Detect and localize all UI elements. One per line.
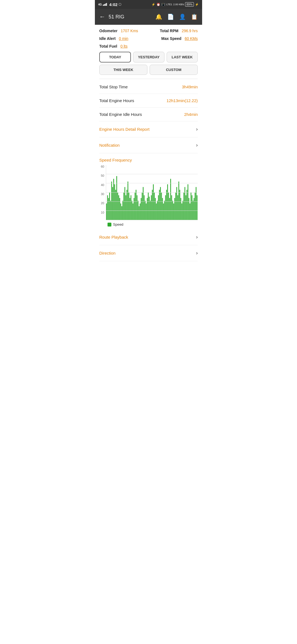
svg-rect-68 xyxy=(173,203,174,220)
svg-rect-12 xyxy=(116,176,117,220)
svg-rect-37 xyxy=(142,193,143,220)
report-icon[interactable]: 📋 xyxy=(191,13,198,20)
svg-rect-19 xyxy=(123,193,124,220)
svg-rect-81 xyxy=(186,190,187,220)
svg-rect-14 xyxy=(118,195,119,220)
alarm-icon: ⏰ xyxy=(156,3,160,6)
svg-rect-85 xyxy=(191,193,191,220)
svg-rect-53 xyxy=(158,195,159,220)
svg-rect-51 xyxy=(156,203,157,220)
battery-label: 89% xyxy=(185,2,194,7)
bluetooth-icon: ⚡ xyxy=(152,3,155,6)
svg-rect-49 xyxy=(154,193,155,220)
svg-rect-73 xyxy=(178,182,179,220)
bell-icon[interactable]: 🔔 xyxy=(155,13,162,20)
custom-filter[interactable]: CUSTOM xyxy=(150,65,198,75)
chevron-right-icon-3: › xyxy=(196,234,198,240)
chevron-right-icon: › xyxy=(196,126,198,132)
idle-alert-stat: Idle Alert 0 min xyxy=(99,36,128,41)
svg-rect-26 xyxy=(131,195,131,220)
filter-row-2: THIS WEEK CUSTOM xyxy=(99,65,198,75)
svg-rect-89 xyxy=(195,193,196,220)
svg-rect-58 xyxy=(163,203,164,220)
svg-rect-28 xyxy=(133,203,133,220)
svg-rect-38 xyxy=(143,187,144,220)
svg-rect-82 xyxy=(188,184,188,220)
time-display: 4:02 xyxy=(109,2,117,7)
grid-line-40 xyxy=(106,192,198,193)
chart-area: 60 50 40 30 20 10 xyxy=(99,165,198,220)
grid-line-60 xyxy=(106,174,198,174)
page-title: 51 RIG xyxy=(109,14,152,20)
svg-rect-8 xyxy=(112,187,113,220)
svg-rect-22 xyxy=(127,190,127,220)
svg-rect-72 xyxy=(177,195,178,220)
notification-link[interactable]: Notification › xyxy=(99,137,198,153)
chart-legend: Speed xyxy=(108,222,198,227)
last-week-filter[interactable]: LAST WEEK xyxy=(167,52,198,62)
svg-rect-41 xyxy=(146,203,147,220)
total-rpm-stat: Total RPM 296.9 hrs xyxy=(160,29,198,33)
speed-legend-label: Speed xyxy=(113,222,123,227)
stop-time-row: Total Stop Time 3h49min xyxy=(99,80,198,94)
odometer-stat: Odometer 1707 Kms xyxy=(99,29,138,33)
direction-link[interactable]: Direction › xyxy=(99,245,198,261)
svg-rect-86 xyxy=(192,195,193,220)
yesterday-filter[interactable]: YESTERDAY xyxy=(133,52,164,62)
chart-container: 60 50 40 30 20 10 xyxy=(99,165,198,227)
chevron-right-icon-2: › xyxy=(196,142,198,148)
filter-row-1: TODAY YESTERDAY LAST WEEK xyxy=(99,52,198,62)
svg-rect-56 xyxy=(161,193,162,220)
svg-rect-44 xyxy=(149,197,150,220)
back-button[interactable]: ← xyxy=(99,13,105,20)
svg-rect-7 xyxy=(111,182,112,220)
this-week-filter[interactable]: THIS WEEK xyxy=(99,65,147,75)
svg-rect-17 xyxy=(122,206,122,220)
document-icon[interactable]: 📄 xyxy=(167,13,174,20)
today-filter[interactable]: TODAY xyxy=(99,52,131,62)
svg-rect-35 xyxy=(140,203,141,220)
speed-chart-svg xyxy=(106,165,198,220)
svg-rect-66 xyxy=(171,195,172,220)
speed-label: 2.00 KB/s xyxy=(173,3,184,6)
svg-rect-79 xyxy=(185,187,185,220)
svg-rect-34 xyxy=(139,206,139,220)
speed-legend-dot xyxy=(108,223,111,227)
grid-line-20 xyxy=(106,211,198,211)
svg-rect-60 xyxy=(165,195,166,220)
status-right: ⚡ ⏰ 📳 LTE1 2.00 KB/s 89% ⚡ xyxy=(152,2,199,7)
svg-rect-21 xyxy=(125,195,126,220)
chart-plot xyxy=(106,165,198,220)
svg-rect-80 xyxy=(186,195,186,220)
charging-icon: ⚡ xyxy=(195,3,199,6)
svg-rect-13 xyxy=(117,193,118,220)
engine-idle-row: Total Engine Idle Hours 2h4min xyxy=(99,108,198,121)
total-fuel-stat: Total Fuel 0 lts xyxy=(99,44,128,48)
svg-rect-23 xyxy=(128,182,128,220)
lte-label: LTE1 xyxy=(166,3,172,6)
svg-rect-70 xyxy=(175,193,176,220)
main-content: Odometer 1707 Kms Total RPM 296.9 hrs Id… xyxy=(95,25,202,261)
engine-hours-report-link[interactable]: Engine Hours Detail Report › xyxy=(99,121,198,137)
svg-rect-91 xyxy=(197,195,197,220)
grid-line-50 xyxy=(106,183,198,183)
svg-rect-84 xyxy=(189,203,190,220)
svg-rect-47 xyxy=(152,190,153,220)
person-icon[interactable]: 👤 xyxy=(179,13,186,20)
filter-section: TODAY YESTERDAY LAST WEEK THIS WEEK CUST… xyxy=(99,52,198,75)
svg-rect-74 xyxy=(179,190,180,220)
svg-rect-30 xyxy=(135,193,136,220)
svg-rect-46 xyxy=(151,195,152,220)
stats-row-1: Odometer 1707 Kms Total RPM 296.9 hrs xyxy=(99,29,198,33)
vibrate-icon: 📳 xyxy=(161,3,165,6)
engine-hours-row: Total Engine Hours 12h13min(12.22) xyxy=(99,94,198,108)
svg-rect-78 xyxy=(183,193,184,220)
svg-rect-90 xyxy=(196,187,197,220)
svg-rect-54 xyxy=(159,190,160,220)
status-bar: 4G 4:02 ⬡ ⚡ ⏰ 📳 LTE1 2.00 KB/s 89% ⚡ xyxy=(95,0,202,9)
svg-rect-11 xyxy=(115,190,116,220)
chart-bars xyxy=(106,176,197,220)
route-playback-link[interactable]: Route Playback › xyxy=(99,229,198,245)
stats-row-2: Idle Alert 0 min Max Speed 60 KMs xyxy=(99,36,198,41)
chart-title: Speed Frequency xyxy=(99,153,198,165)
